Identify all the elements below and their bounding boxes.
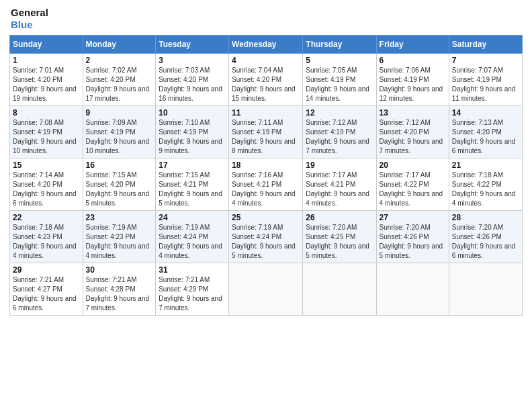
day-info: Sunrise: 7:09 AMSunset: 4:19 PMDaylight:…	[86, 118, 153, 156]
day-cell: 13Sunrise: 7:12 AMSunset: 4:20 PMDayligh…	[376, 106, 449, 158]
day-info: Sunrise: 7:20 AMSunset: 4:25 PMDaylight:…	[306, 223, 373, 261]
day-number: 14	[452, 108, 519, 118]
header-friday: Friday	[376, 36, 449, 54]
day-number: 15	[13, 161, 80, 170]
week-row-2: 8Sunrise: 7:08 AMSunset: 4:19 PMDaylight…	[10, 106, 523, 158]
day-cell: 11Sunrise: 7:11 AMSunset: 4:19 PMDayligh…	[229, 106, 303, 158]
day-info: Sunrise: 7:21 AMSunset: 4:29 PMDaylight:…	[159, 275, 226, 313]
header: General Blue General Blue	[9, 7, 523, 31]
day-info: Sunrise: 7:17 AMSunset: 4:22 PMDaylight:…	[380, 171, 446, 208]
day-info: Sunrise: 7:03 AMSunset: 4:20 PMDaylight:…	[159, 66, 226, 103]
logo: General Blue General Blue	[9, 7, 48, 31]
day-info: Sunrise: 7:12 AMSunset: 4:19 PMDaylight:…	[306, 118, 373, 156]
day-number: 30	[86, 265, 153, 275]
day-info: Sunrise: 7:04 AMSunset: 4:20 PMDaylight:…	[232, 66, 300, 103]
day-info: Sunrise: 7:19 AMSunset: 4:24 PMDaylight:…	[232, 223, 300, 261]
day-number: 26	[306, 213, 373, 222]
day-number: 9	[86, 108, 153, 118]
day-number: 2	[86, 56, 153, 65]
day-number: 19	[306, 161, 373, 170]
day-number: 12	[306, 108, 373, 118]
day-cell: 28Sunrise: 7:20 AMSunset: 4:26 PMDayligh…	[449, 211, 522, 263]
day-number: 13	[380, 108, 446, 118]
day-number: 25	[232, 213, 300, 222]
day-cell: 14Sunrise: 7:13 AMSunset: 4:20 PMDayligh…	[449, 106, 522, 158]
day-number: 7	[452, 56, 519, 65]
calendar-table: SundayMondayTuesdayWednesdayThursdayFrid…	[9, 35, 523, 316]
day-info: Sunrise: 7:15 AMSunset: 4:20 PMDaylight:…	[86, 171, 153, 208]
day-info: Sunrise: 7:18 AMSunset: 4:23 PMDaylight:…	[13, 223, 80, 261]
week-row-5: 29Sunrise: 7:21 AMSunset: 4:27 PMDayligh…	[10, 263, 523, 316]
day-cell: 5Sunrise: 7:05 AMSunset: 4:19 PMDaylight…	[303, 54, 376, 106]
day-cell: 21Sunrise: 7:18 AMSunset: 4:22 PMDayligh…	[449, 158, 522, 211]
day-info: Sunrise: 7:13 AMSunset: 4:20 PMDaylight:…	[452, 118, 519, 156]
week-row-4: 22Sunrise: 7:18 AMSunset: 4:23 PMDayligh…	[10, 211, 523, 263]
day-info: Sunrise: 7:02 AMSunset: 4:20 PMDaylight:…	[86, 66, 153, 103]
day-cell: 25Sunrise: 7:19 AMSunset: 4:24 PMDayligh…	[229, 211, 303, 263]
day-number: 3	[159, 56, 226, 65]
day-number: 5	[306, 56, 373, 65]
day-cell: 24Sunrise: 7:19 AMSunset: 4:24 PMDayligh…	[156, 211, 229, 263]
day-number: 16	[86, 161, 153, 170]
header-sunday: Sunday	[10, 36, 83, 54]
day-info: Sunrise: 7:21 AMSunset: 4:27 PMDaylight:…	[13, 275, 80, 313]
day-info: Sunrise: 7:16 AMSunset: 4:21 PMDaylight:…	[232, 171, 300, 208]
day-info: Sunrise: 7:01 AMSunset: 4:20 PMDaylight:…	[13, 66, 80, 103]
day-cell: 10Sunrise: 7:10 AMSunset: 4:19 PMDayligh…	[156, 106, 229, 158]
day-cell: 27Sunrise: 7:20 AMSunset: 4:26 PMDayligh…	[376, 211, 449, 263]
day-cell	[376, 263, 449, 316]
day-cell: 8Sunrise: 7:08 AMSunset: 4:19 PMDaylight…	[10, 106, 83, 158]
day-cell: 2Sunrise: 7:02 AMSunset: 4:20 PMDaylight…	[83, 54, 156, 106]
day-cell: 26Sunrise: 7:20 AMSunset: 4:25 PMDayligh…	[303, 211, 376, 263]
day-info: Sunrise: 7:20 AMSunset: 4:26 PMDaylight:…	[452, 223, 519, 261]
day-info: Sunrise: 7:07 AMSunset: 4:19 PMDaylight:…	[452, 66, 519, 103]
day-cell: 29Sunrise: 7:21 AMSunset: 4:27 PMDayligh…	[10, 263, 83, 316]
day-number: 27	[380, 213, 446, 222]
day-info: Sunrise: 7:11 AMSunset: 4:19 PMDaylight:…	[232, 118, 300, 156]
day-cell: 20Sunrise: 7:17 AMSunset: 4:22 PMDayligh…	[376, 158, 449, 211]
logo-blue: Blue	[11, 19, 48, 31]
day-info: Sunrise: 7:19 AMSunset: 4:23 PMDaylight:…	[86, 223, 153, 261]
day-cell: 23Sunrise: 7:19 AMSunset: 4:23 PMDayligh…	[83, 211, 156, 263]
day-number: 17	[159, 161, 226, 170]
header-saturday: Saturday	[449, 36, 522, 54]
day-info: Sunrise: 7:18 AMSunset: 4:22 PMDaylight:…	[452, 171, 519, 208]
day-number: 29	[13, 265, 80, 275]
day-number: 11	[232, 108, 300, 118]
day-cell: 19Sunrise: 7:17 AMSunset: 4:21 PMDayligh…	[303, 158, 376, 211]
day-cell: 16Sunrise: 7:15 AMSunset: 4:20 PMDayligh…	[83, 158, 156, 211]
day-number: 23	[86, 213, 153, 222]
day-info: Sunrise: 7:20 AMSunset: 4:26 PMDaylight:…	[380, 223, 446, 261]
day-cell: 6Sunrise: 7:06 AMSunset: 4:19 PMDaylight…	[376, 54, 449, 106]
day-info: Sunrise: 7:06 AMSunset: 4:19 PMDaylight:…	[380, 66, 446, 103]
logo-general: General	[11, 7, 48, 19]
day-cell: 7Sunrise: 7:07 AMSunset: 4:19 PMDaylight…	[449, 54, 522, 106]
day-info: Sunrise: 7:05 AMSunset: 4:19 PMDaylight:…	[306, 66, 373, 103]
day-number: 4	[232, 56, 300, 65]
day-number: 31	[159, 265, 226, 275]
day-number: 28	[452, 213, 519, 222]
day-info: Sunrise: 7:15 AMSunset: 4:21 PMDaylight:…	[159, 171, 226, 208]
day-info: Sunrise: 7:12 AMSunset: 4:20 PMDaylight:…	[380, 118, 446, 156]
day-number: 20	[380, 161, 446, 170]
day-number: 6	[380, 56, 446, 65]
day-cell	[229, 263, 303, 316]
calendar-container: General Blue General Blue SundayMondayTu…	[0, 0, 532, 320]
week-row-1: 1Sunrise: 7:01 AMSunset: 4:20 PMDaylight…	[10, 54, 523, 106]
day-cell: 4Sunrise: 7:04 AMSunset: 4:20 PMDaylight…	[229, 54, 303, 106]
day-info: Sunrise: 7:19 AMSunset: 4:24 PMDaylight:…	[159, 223, 226, 261]
day-number: 21	[452, 161, 519, 170]
header-wednesday: Wednesday	[229, 36, 303, 54]
day-info: Sunrise: 7:17 AMSunset: 4:21 PMDaylight:…	[306, 171, 373, 208]
day-info: Sunrise: 7:08 AMSunset: 4:19 PMDaylight:…	[13, 118, 80, 156]
day-cell: 30Sunrise: 7:21 AMSunset: 4:28 PMDayligh…	[83, 263, 156, 316]
day-cell: 12Sunrise: 7:12 AMSunset: 4:19 PMDayligh…	[303, 106, 376, 158]
day-cell	[449, 263, 522, 316]
day-info: Sunrise: 7:10 AMSunset: 4:19 PMDaylight:…	[159, 118, 226, 156]
calendar-header-row: SundayMondayTuesdayWednesdayThursdayFrid…	[10, 36, 523, 54]
day-number: 10	[159, 108, 226, 118]
day-cell: 17Sunrise: 7:15 AMSunset: 4:21 PMDayligh…	[156, 158, 229, 211]
header-thursday: Thursday	[303, 36, 376, 54]
day-cell: 3Sunrise: 7:03 AMSunset: 4:20 PMDaylight…	[156, 54, 229, 106]
day-cell: 31Sunrise: 7:21 AMSunset: 4:29 PMDayligh…	[156, 263, 229, 316]
